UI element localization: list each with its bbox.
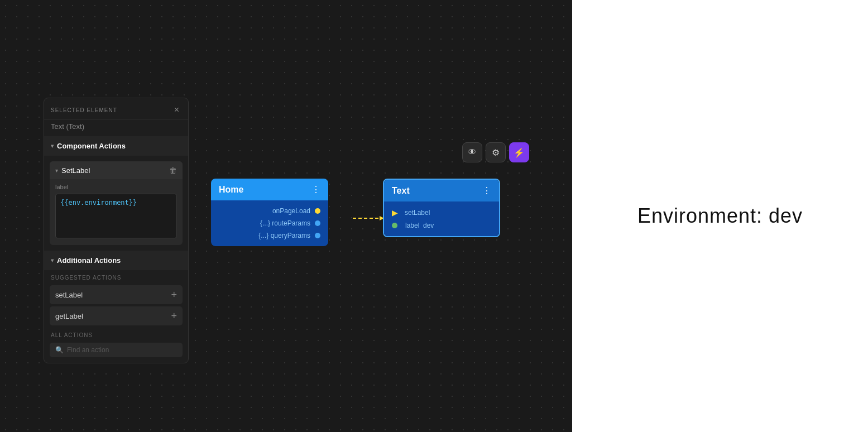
add-setlabel-button[interactable]: + bbox=[171, 290, 177, 300]
set-label-body: label {{env.environment}} bbox=[50, 179, 183, 245]
node-row: label dev bbox=[384, 219, 499, 232]
panel-header: SELECTED ELEMENT × bbox=[44, 98, 188, 120]
eye-button[interactable]: 👁 bbox=[462, 142, 482, 162]
canvas: SELECTED ELEMENT × Text (Text) ▾ Compone… bbox=[0, 0, 572, 432]
node-row: onPageLoad bbox=[211, 205, 328, 217]
arrow-icon: ▶ bbox=[392, 208, 398, 217]
chevron-icon: ▾ bbox=[51, 143, 54, 149]
text-node: Text ⋮ ▶ setLabel label dev bbox=[383, 179, 500, 237]
preview-text: Environment: dev bbox=[637, 204, 803, 228]
home-node-inner: Home ⋮ onPageLoad {...} routeParams {...… bbox=[211, 179, 328, 246]
node-row: {...} queryParams bbox=[211, 229, 328, 242]
text-node-body: ▶ setLabel label dev bbox=[384, 201, 499, 236]
node-row: {...} routeParams bbox=[211, 217, 328, 229]
gear-button[interactable]: ⚙ bbox=[486, 142, 506, 162]
panel-title: Text (Text) bbox=[44, 120, 188, 136]
text-menu-button[interactable]: ⋮ bbox=[482, 185, 491, 196]
list-item[interactable]: getLabel + bbox=[50, 306, 183, 325]
home-node-header: Home ⋮ bbox=[211, 179, 328, 200]
component-actions-header[interactable]: ▾ Component Actions bbox=[44, 136, 188, 156]
preview-area: Environment: dev bbox=[572, 0, 868, 432]
node-tools: 👁 ⚙ ⚡ bbox=[462, 142, 529, 162]
search-icon: 🔍 bbox=[55, 346, 64, 354]
list-item[interactable]: setLabel + bbox=[50, 285, 183, 304]
delete-button[interactable]: 🗑 bbox=[169, 166, 177, 175]
set-label-title: ▾ SetLabel bbox=[55, 166, 90, 175]
text-node-inner: Text ⋮ ▶ setLabel label dev bbox=[383, 179, 500, 237]
set-label-card: ▾ SetLabel 🗑 label {{env.environment}} bbox=[50, 161, 183, 245]
label-input[interactable]: {{env.environment}} bbox=[55, 194, 177, 238]
home-node: Home ⋮ onPageLoad {...} routeParams {...… bbox=[211, 179, 328, 246]
close-button[interactable]: × bbox=[172, 104, 181, 116]
lightning-button[interactable]: ⚡ bbox=[509, 142, 529, 162]
text-node-header: Text ⋮ bbox=[384, 180, 499, 201]
home-node-body: onPageLoad {...} routeParams {...} query… bbox=[211, 200, 328, 246]
component-actions-label: Component Actions bbox=[57, 142, 126, 150]
field-label: label bbox=[55, 184, 177, 190]
chevron-icon: ▾ bbox=[55, 167, 58, 174]
search-placeholder: Find an action bbox=[67, 346, 109, 354]
port-blue bbox=[315, 233, 320, 238]
search-row[interactable]: 🔍 Find an action bbox=[50, 343, 183, 357]
suggested-actions-label: SUGGESTED ACTIONS bbox=[44, 270, 188, 283]
set-label-header: ▾ SetLabel 🗑 bbox=[50, 161, 183, 179]
home-node-title: Home bbox=[219, 185, 243, 195]
port-blue bbox=[315, 220, 320, 226]
additional-actions-header[interactable]: ▾ Additional Actions bbox=[44, 251, 188, 270]
port-green bbox=[392, 223, 397, 228]
text-node-title: Text bbox=[392, 186, 410, 196]
port-yellow bbox=[315, 208, 320, 214]
selected-element-label: SELECTED ELEMENT bbox=[51, 107, 117, 113]
chevron-icon: ▾ bbox=[51, 257, 54, 263]
all-actions-label: ALL ACTIONS bbox=[44, 328, 188, 340]
node-row: ▶ setLabel bbox=[384, 206, 499, 219]
add-getlabel-button[interactable]: + bbox=[171, 311, 177, 321]
additional-actions-label: Additional Actions bbox=[57, 256, 121, 265]
side-panel: SELECTED ELEMENT × Text (Text) ▾ Compone… bbox=[44, 98, 189, 363]
home-menu-button[interactable]: ⋮ bbox=[311, 184, 320, 195]
